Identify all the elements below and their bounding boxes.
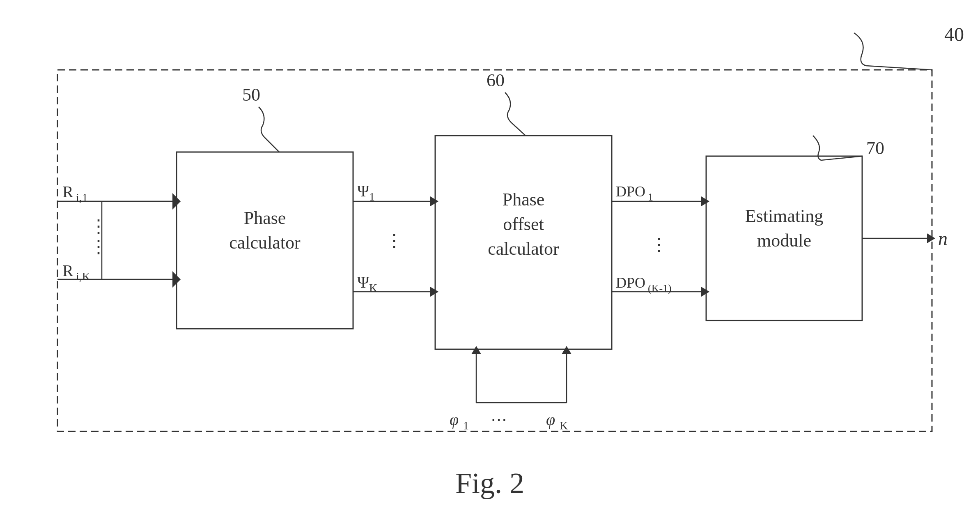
label-phi1: φ — [450, 410, 459, 429]
label-dpo1-sub: 1 — [648, 191, 653, 203]
label-ri1-sub: i,1 — [76, 191, 88, 204]
label-dpok: DPO — [616, 274, 645, 291]
phase-offset-label3: calculator — [488, 239, 559, 259]
arrow-psik — [430, 287, 438, 297]
label-dpok-sub: (K-1) — [648, 282, 672, 294]
squiggle-50 — [259, 107, 279, 152]
dpo-dots: ⋮ — [650, 235, 668, 255]
phase-calculator-label-text2: calculator — [229, 233, 301, 253]
label-phi-dots: ⋯ — [491, 410, 507, 429]
estimating-label1: Estimating — [745, 206, 824, 226]
phase-calculator-label-text: Phase — [244, 208, 286, 228]
label-psik: Ψ — [357, 273, 370, 291]
phase-offset-label1: Phase — [503, 189, 545, 210]
label-psik-sub: K — [369, 281, 377, 294]
arrow-dpo1 — [701, 196, 709, 206]
label-phi1-sub: 1 — [463, 419, 469, 432]
label-psi1-sub: 1 — [369, 190, 375, 203]
label-psi1: Ψ — [357, 182, 370, 200]
label-40: 40 — [944, 23, 964, 45]
arrow-phik — [562, 346, 571, 354]
label-n: n — [938, 228, 948, 249]
label-dpo1: DPO — [616, 183, 645, 200]
label-50: 50 — [242, 85, 260, 105]
figure-title: Fig. 2 — [455, 467, 524, 500]
label-phik-sub: K — [560, 419, 568, 432]
arrow-output — [927, 233, 935, 243]
arrow-phi1 — [471, 346, 481, 354]
diagram-container: 40 Phase calculator 50 Phase offset calc… — [0, 0, 980, 528]
label-70: 70 — [866, 138, 884, 158]
arrow-dpok — [701, 287, 709, 297]
label-phik: φ — [546, 410, 555, 429]
estimating-label2: module — [757, 231, 811, 251]
label-ri1: R — [62, 182, 73, 201]
label-rik: R — [62, 261, 73, 280]
input-dots2: ⋮ — [90, 237, 108, 257]
arrow-psi1 — [430, 196, 438, 206]
phase-offset-label2: offset — [503, 214, 544, 234]
squiggle-60 — [505, 92, 526, 136]
squiggle-40 — [854, 33, 932, 70]
label-rik-sub: i,K — [76, 270, 90, 283]
label-60: 60 — [487, 70, 505, 90]
input-dots: ⋮ — [90, 216, 108, 236]
psi-dots: ⋮ — [385, 231, 403, 251]
